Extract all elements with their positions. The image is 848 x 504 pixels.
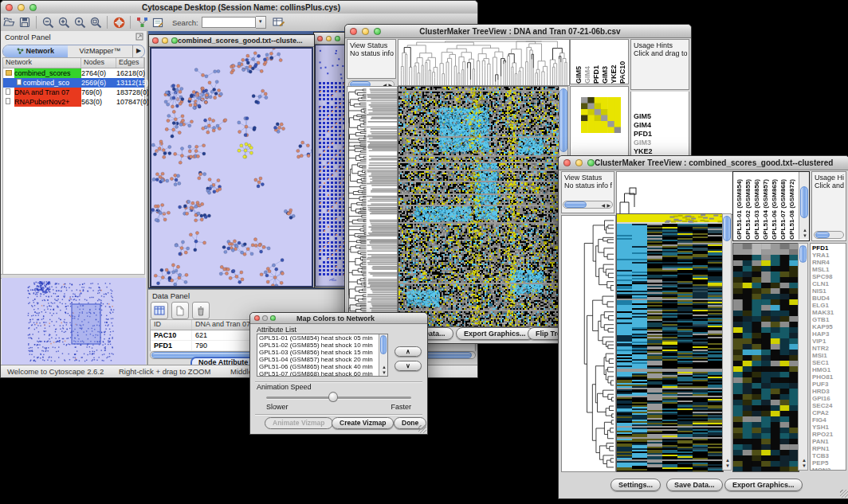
attribute-list-item[interactable]: GPL51-07 (GSM868) heat shock 60 min	[257, 370, 379, 377]
network-table-row[interactable]: RNAPuberNov2+ 563(0) 107847(0)	[3, 97, 144, 107]
vscrollbar-thumb[interactable]	[799, 245, 807, 263]
animate-vizmap-button[interactable]: Animate Vizmap	[265, 417, 333, 429]
gene-label[interactable]: SEC24	[812, 402, 846, 409]
scroll-right-icon[interactable]: ▶	[607, 203, 610, 208]
zoom-window-icon[interactable]	[29, 4, 37, 11]
attribute-list-item[interactable]: GPL51-02 (GSM855) heat shock 10 min	[257, 342, 379, 349]
open-session-button[interactable]	[1, 15, 17, 29]
close-icon[interactable]	[152, 37, 159, 44]
speed-slider-thumb[interactable]	[328, 392, 338, 402]
gene-label[interactable]: CPA2	[812, 409, 846, 416]
listbox-vscrollbar[interactable]: ▲ ▼	[379, 334, 387, 376]
gene-label[interactable]: NTR2	[812, 345, 846, 352]
resize-grip[interactable]	[418, 425, 426, 433]
gene-label[interactable]: PFD1	[812, 244, 846, 252]
annotation-button[interactable]	[150, 15, 166, 29]
gene-label[interactable]: RNR4	[812, 259, 846, 266]
column-label[interactable]: GIM4	[583, 40, 591, 84]
gene-label[interactable]: MSI1	[812, 352, 846, 359]
gene-label[interactable]: NIS1	[812, 287, 846, 295]
column-dendrogram-canvas[interactable]	[616, 171, 733, 215]
select-attributes-button[interactable]	[151, 302, 168, 319]
treeview2-titlebar[interactable]: ClusterMaker TreeView : combined_scores_…	[559, 156, 848, 170]
zoom-out-button[interactable]	[40, 15, 56, 29]
minimize-icon[interactable]	[262, 315, 268, 321]
gene-label[interactable]: GTB1	[812, 316, 846, 323]
heatmap-vscrollbar[interactable]: ▲ ▼	[722, 213, 732, 471]
move-up-button[interactable]: ∧	[395, 346, 422, 357]
gene-label[interactable]: GIM4	[634, 121, 689, 130]
gene-label[interactable]: HAP3	[812, 330, 846, 338]
minimize-icon[interactable]	[362, 28, 369, 35]
scroll-up-icon[interactable]: ▲	[382, 365, 387, 369]
gene-label[interactable]: KAP95	[812, 323, 846, 330]
zoom-in-button[interactable]	[56, 15, 72, 29]
column-label[interactable]: GPL51-03 (GSM856)	[753, 173, 761, 240]
close-icon[interactable]	[6, 4, 13, 11]
gene-label[interactable]: MSL1	[812, 266, 846, 273]
gene-label[interactable]: PFD1	[634, 130, 689, 139]
delete-attribute-button[interactable]	[192, 302, 210, 319]
vizmapper-button[interactable]	[134, 15, 150, 29]
scroll-down-icon[interactable]: ▼	[802, 463, 807, 468]
zoom-window-icon[interactable]	[270, 315, 276, 321]
export-graphics-button[interactable]: Export Graphics...	[724, 479, 803, 491]
hscrollbar-thumb[interactable]	[815, 232, 830, 238]
zoom-fit-button[interactable]	[88, 15, 104, 29]
scroll-down-icon[interactable]: ▼	[803, 233, 807, 238]
zoom-vscrollbar[interactable]: ▲ ▼	[798, 243, 808, 471]
treeview1-titlebar[interactable]: ClusterMaker TreeView : DNA and Tran 07-…	[345, 25, 691, 38]
help-button[interactable]	[111, 15, 127, 29]
network-view-titlebar[interactable]: combined_scores_good.txt--cluste...	[149, 35, 314, 47]
close-icon[interactable]	[317, 36, 323, 41]
resize-grip[interactable]	[840, 490, 848, 498]
gene-label[interactable]: MAK31	[812, 309, 846, 316]
scroll-up-icon[interactable]: ▲	[725, 458, 730, 463]
save-data-button[interactable]: Save Data...	[666, 479, 723, 491]
network-table-row[interactable]: DNA and Tran 07 769(0) 183728(0)	[3, 88, 144, 97]
birdseye-view-canvas[interactable]	[2, 278, 146, 366]
cluster-thumbnail-canvas[interactable]	[581, 97, 621, 133]
column-label[interactable]: YKE2	[610, 40, 618, 84]
scroll-down-icon[interactable]: ▼	[725, 463, 730, 468]
gene-label[interactable]: HRD3	[812, 388, 846, 395]
zoom-selected-button[interactable]	[72, 15, 88, 29]
column-dendrogram-canvas[interactable]	[398, 39, 570, 86]
gene-label[interactable]: GPI16	[812, 395, 846, 402]
attribute-list-item[interactable]: GPL51-04 (GSM857) heat shock 20 min	[257, 356, 379, 363]
network-table-row[interactable]: combined_sco 2569(6) 13112(15)	[3, 78, 144, 88]
tab-vizmapper[interactable]: VizMapper™	[68, 45, 132, 57]
gene-label[interactable]: RPO21	[812, 431, 846, 438]
column-labels-vscrollbar[interactable]: ▲ ▼	[799, 172, 809, 240]
zoom-window-icon[interactable]	[335, 36, 340, 41]
close-icon[interactable]	[350, 28, 357, 35]
settings-button[interactable]: Settings...	[610, 479, 661, 491]
minimize-icon[interactable]	[18, 4, 25, 11]
new-attribute-button[interactable]	[171, 302, 189, 319]
attribute-list-item[interactable]: GPL51-01 (GSM854) heat shock 05 min	[257, 334, 379, 342]
gene-label[interactable]: GIM5	[634, 112, 689, 121]
table-edit-button[interactable]	[271, 15, 287, 29]
gene-label[interactable]: YRA1	[812, 252, 846, 259]
network-view-canvas[interactable]	[150, 47, 313, 287]
dialog-titlebar[interactable]: Map Colors to Network	[250, 313, 427, 324]
attribute-list-item[interactable]: GPL51-06 (GSM865) heat shock 40 min	[257, 363, 379, 370]
gene-label[interactable]: ELG1	[812, 302, 846, 309]
main-titlebar[interactable]: Cytoscape Desktop (Session Name: collins…	[1, 1, 477, 14]
gene-label[interactable]: HMG1	[812, 366, 846, 373]
usage-hints-hscrollbar[interactable]	[814, 231, 844, 239]
column-label[interactable]: PAC10	[618, 40, 626, 84]
vscrollbar-thumb[interactable]	[380, 335, 387, 354]
vscrollbar-thumb[interactable]	[723, 216, 731, 241]
heatmap-canvas[interactable]	[398, 86, 560, 327]
column-label[interactable]: GPL51-08 (GSM872)	[788, 173, 796, 240]
tab-network[interactable]: Network	[3, 45, 68, 57]
column-label[interactable]: GPL51-01 (GSM854)	[736, 173, 744, 240]
minimize-icon[interactable]	[326, 36, 332, 41]
save-session-button[interactable]	[17, 15, 33, 29]
minimize-icon[interactable]	[575, 159, 583, 166]
gene-label[interactable]: BUD4	[812, 295, 846, 302]
gene-label[interactable]: GIM3	[634, 139, 689, 147]
gene-label[interactable]: RPN1	[812, 445, 846, 452]
column-label[interactable]: GIM3	[601, 40, 609, 84]
